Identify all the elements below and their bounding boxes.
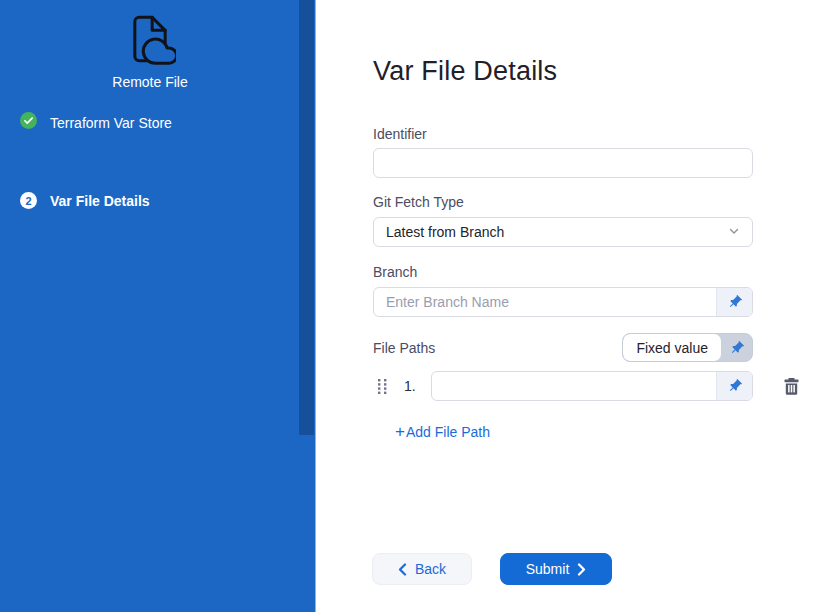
page-title: Var File Details — [373, 56, 557, 87]
file-paths-type-selector[interactable]: Fixed value — [622, 333, 753, 362]
file-paths-label: File Paths — [373, 340, 435, 356]
file-path-input[interactable] — [432, 372, 716, 400]
chevron-left-icon — [398, 563, 407, 576]
form-panel: Var File Details Identifier Git Fetch Ty… — [316, 0, 836, 612]
step-label: Terraform Var Store — [50, 115, 172, 131]
step-label: Var File Details — [50, 193, 150, 209]
sidebar-step-var-file-details[interactable]: 2 Var File Details — [20, 192, 150, 209]
trash-icon — [784, 378, 799, 395]
add-file-path-label: Add File Path — [406, 424, 490, 440]
git-fetch-type-select[interactable]: Latest from Branch — [373, 217, 753, 247]
pin-icon — [729, 340, 745, 356]
file-path-field — [431, 371, 753, 401]
branch-field — [373, 287, 753, 317]
pin-icon — [727, 378, 743, 394]
var-file-details-dialog: Remote File Terraform Var Store 2 Var Fi… — [0, 0, 836, 612]
submit-button[interactable]: Submit — [500, 553, 612, 585]
sidebar-step-terraform-var-store[interactable]: Terraform Var Store — [20, 112, 172, 133]
file-paths-header: File Paths Fixed value — [373, 333, 753, 362]
branch-input[interactable] — [374, 288, 716, 316]
file-path-row-index: 1. — [404, 378, 418, 394]
file-path-row: 1. — [378, 371, 799, 401]
footer-buttons: Back Submit — [372, 553, 612, 585]
pin-icon — [727, 294, 743, 310]
git-fetch-type-value: Latest from Branch — [386, 224, 504, 240]
branch-multitype-pin-button[interactable] — [716, 288, 752, 316]
chevron-down-icon — [728, 223, 740, 241]
store-type-block: Remote File — [0, 13, 300, 90]
plus-icon: + — [395, 425, 405, 439]
wizard-sidebar: Remote File Terraform Var Store 2 Var Fi… — [0, 0, 316, 612]
sidebar-scrollbar-thumb[interactable] — [299, 0, 314, 435]
file-path-multitype-pin-button[interactable] — [716, 372, 752, 400]
back-label: Back — [415, 561, 446, 577]
fixed-value-label: Fixed value — [623, 334, 721, 361]
back-button[interactable]: Back — [372, 553, 472, 585]
identifier-label: Identifier — [373, 126, 427, 142]
step-complete-check-icon — [20, 112, 37, 133]
identifier-input[interactable] — [373, 148, 753, 178]
remote-file-icon — [124, 13, 176, 69]
file-paths-multitype-pin-button[interactable] — [721, 334, 752, 361]
delete-file-path-button[interactable] — [784, 378, 799, 395]
store-type-label: Remote File — [0, 74, 300, 90]
git-fetch-type-label: Git Fetch Type — [373, 194, 464, 210]
submit-label: Submit — [526, 561, 570, 577]
chevron-right-icon — [577, 563, 586, 576]
add-file-path-button[interactable]: + Add File Path — [395, 424, 490, 440]
branch-label: Branch — [373, 264, 417, 280]
step-number-badge: 2 — [20, 192, 37, 209]
drag-handle-icon[interactable] — [378, 379, 387, 394]
